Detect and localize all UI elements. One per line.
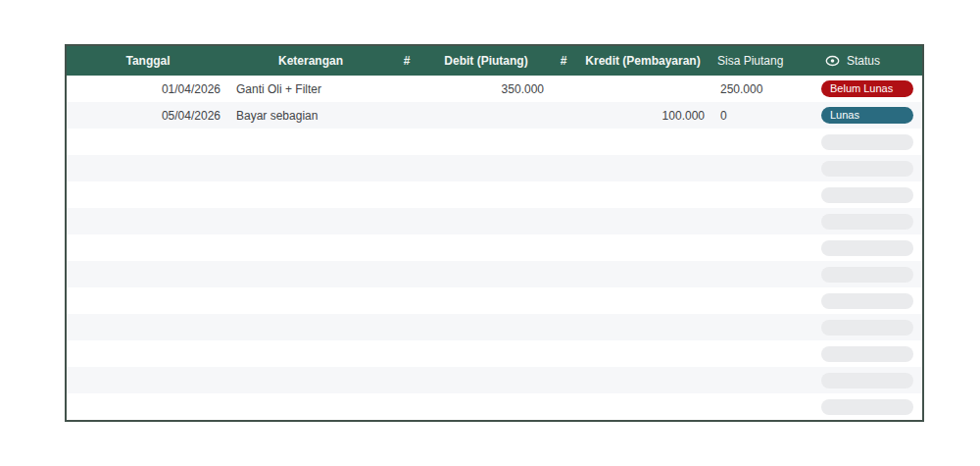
cell-status — [817, 214, 922, 230]
status-placeholder-chip[interactable] — [821, 320, 913, 336]
status-badge[interactable]: Lunas — [821, 107, 913, 124]
empty-table-row — [67, 155, 922, 181]
header-keterangan: Keterangan — [229, 54, 392, 68]
cell-tanggal: 05/04/2026 — [67, 109, 229, 123]
table-header: Tanggal Keterangan # Debit (Piutang) # K… — [67, 46, 922, 76]
header-hash-debit: # — [392, 54, 421, 68]
cell-sisa-piutang: 0 — [710, 109, 817, 123]
cell-status: Lunas — [817, 107, 922, 124]
cell-keterangan: Ganti Oli + Filter — [229, 82, 392, 96]
cell-debit: 350.000 — [421, 82, 551, 96]
cell-status — [817, 267, 922, 283]
cell-status — [817, 134, 922, 150]
header-tanggal: Tanggal — [67, 54, 229, 68]
status-placeholder-chip[interactable] — [821, 267, 913, 283]
empty-table-row — [67, 261, 922, 287]
cell-status — [817, 399, 922, 415]
table-row: 05/04/2026 Bayar sebagian 100.000 0 Luna… — [67, 102, 922, 129]
empty-table-row — [67, 393, 922, 420]
cell-status — [817, 240, 922, 256]
empty-table-row — [67, 129, 922, 155]
header-hash-kredit: # — [551, 54, 576, 68]
status-placeholder-chip[interactable] — [821, 214, 913, 230]
status-placeholder-chip[interactable] — [821, 346, 913, 362]
eye-icon — [825, 55, 840, 67]
cell-status — [817, 187, 922, 203]
status-placeholder-chip[interactable] — [821, 293, 913, 309]
header-status: Status — [817, 54, 922, 68]
empty-table-row — [67, 367, 922, 393]
status-placeholder-chip[interactable] — [821, 161, 913, 177]
header-debit: Debit (Piutang) — [421, 54, 551, 68]
status-placeholder-chip[interactable] — [821, 187, 913, 203]
status-placeholder-chip[interactable] — [821, 134, 913, 150]
header-kredit: Kredit (Pembayaran) — [576, 54, 710, 68]
empty-table-row — [67, 234, 922, 261]
header-status-label: Status — [847, 54, 880, 68]
empty-table-row — [67, 314, 922, 340]
empty-table-row — [67, 181, 922, 208]
cell-kredit: 100.000 — [576, 109, 710, 123]
empty-table-row — [67, 340, 922, 367]
status-placeholder-chip[interactable] — [821, 373, 913, 388]
cell-status — [817, 293, 922, 309]
cell-status — [817, 373, 922, 388]
status-badge[interactable]: Belum Lunas — [821, 80, 913, 97]
cell-keterangan: Bayar sebagian — [229, 109, 392, 123]
cell-status: Belum Lunas — [817, 80, 922, 97]
header-sisa-piutang: Sisa Piutang — [710, 54, 817, 68]
empty-table-row — [67, 208, 922, 234]
cell-status — [817, 346, 922, 362]
empty-table-row — [67, 287, 922, 314]
cell-sisa-piutang: 250.000 — [710, 82, 817, 96]
table-row: 01/04/2026 Ganti Oli + Filter 350.000 25… — [67, 76, 922, 102]
status-placeholder-chip[interactable] — [821, 240, 913, 256]
cell-status — [817, 161, 922, 177]
table-body: 01/04/2026 Ganti Oli + Filter 350.000 25… — [67, 76, 922, 420]
piutang-table: Tanggal Keterangan # Debit (Piutang) # K… — [65, 44, 924, 422]
status-placeholder-chip[interactable] — [821, 399, 913, 415]
cell-status — [817, 320, 922, 336]
cell-tanggal: 01/04/2026 — [67, 82, 229, 96]
